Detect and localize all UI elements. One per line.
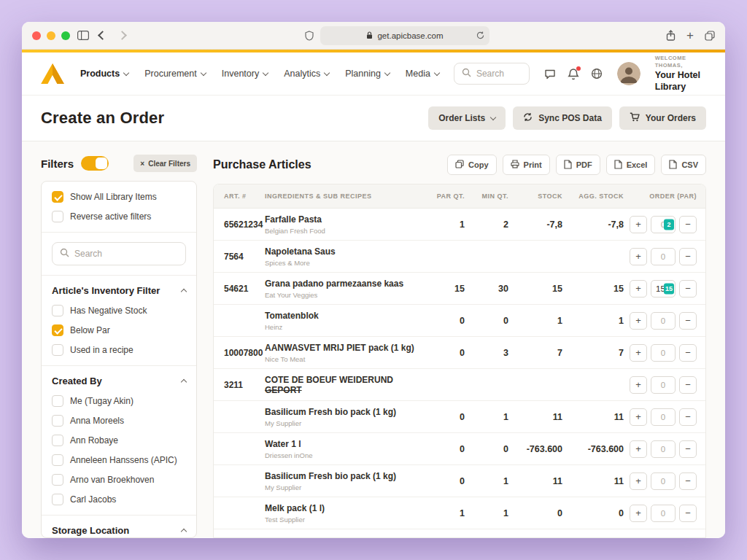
filter-section-header[interactable]: Article's Inventory Filter: [52, 285, 186, 296]
qty-input[interactable]: [651, 312, 676, 330]
filter-checkbox[interactable]: Has Negative Stock: [52, 305, 186, 316]
pdf-button[interactable]: PDF: [556, 155, 600, 175]
article-number: 7564: [214, 252, 265, 262]
stock-value: 11: [508, 412, 562, 422]
order-controls: + 2 −: [624, 216, 705, 233]
your-orders-button[interactable]: Your Orders: [619, 106, 706, 130]
search-icon: [60, 247, 69, 260]
qty-increase-button[interactable]: +: [630, 505, 647, 522]
qty-decrease-button[interactable]: −: [679, 376, 697, 394]
browser-window: get.apicbase.com + Products P: [22, 22, 725, 538]
order-lists-button[interactable]: Order Lists: [428, 106, 506, 130]
qty-input[interactable]: [651, 408, 676, 426]
qty-increase-button[interactable]: +: [630, 408, 647, 426]
filter-checkbox[interactable]: Anneleen Hanssens (APIC): [52, 454, 186, 466]
qty-increase-button[interactable]: +: [630, 472, 647, 490]
filter-checkbox[interactable]: Arno van Broekhoven: [52, 474, 186, 486]
filter-checkbox[interactable]: Ann Robaye: [52, 435, 186, 446]
qty-input[interactable]: [651, 344, 676, 362]
zoom-window-button[interactable]: [61, 31, 70, 40]
filter-checkbox[interactable]: Used in a recipe: [52, 344, 186, 356]
qty-decrease-button[interactable]: −: [679, 408, 697, 426]
sidebar-toggle-icon[interactable]: [77, 31, 89, 40]
print-button[interactable]: Print: [503, 155, 550, 175]
min-qty-value: 3: [465, 348, 508, 358]
clear-filters-button[interactable]: × Clear Filters: [133, 155, 197, 172]
filter-search[interactable]: [52, 242, 186, 265]
nav-item[interactable]: Products: [80, 69, 128, 79]
qty-input[interactable]: [651, 472, 676, 490]
qty-increase-button[interactable]: +: [630, 344, 647, 362]
header-search[interactable]: [454, 63, 530, 85]
sync-pos-button[interactable]: Sync POS Data: [513, 106, 612, 130]
privacy-shield-icon[interactable]: [305, 31, 314, 41]
apicbase-logo[interactable]: [41, 63, 64, 84]
close-window-button[interactable]: [32, 31, 41, 40]
qty-decrease-button[interactable]: −: [679, 216, 697, 233]
address-bar-zone: get.apicbase.com: [136, 26, 659, 45]
qty-decrease-button[interactable]: −: [679, 344, 697, 362]
qty-decrease-button[interactable]: −: [679, 312, 697, 330]
nav-item[interactable]: Analytics: [284, 69, 329, 79]
table-row: 3211 COTE DE BOEUF WEIDERUND GEPORT + −: [214, 369, 705, 401]
article-supplier: Nice To Meat: [265, 355, 427, 363]
nav-item[interactable]: Planning: [345, 69, 390, 79]
filter-checkbox[interactable]: Below Par: [52, 324, 186, 336]
qty-increase-button[interactable]: +: [630, 312, 647, 330]
share-icon[interactable]: [666, 30, 676, 41]
chat-icon[interactable]: [544, 69, 556, 79]
reload-icon[interactable]: [476, 31, 484, 39]
copy-button[interactable]: Copy: [447, 155, 497, 175]
nav-item[interactable]: Inventory: [222, 69, 268, 79]
qty-increase-button[interactable]: +: [630, 216, 647, 233]
filter-checkbox[interactable]: Me (Tugay Akin): [52, 395, 186, 407]
minimize-window-button[interactable]: [47, 31, 55, 40]
nav-item[interactable]: Procurement: [144, 69, 206, 79]
qty-input[interactable]: [651, 248, 676, 265]
qty-decrease-button[interactable]: −: [679, 505, 697, 522]
article-number: 10007800: [214, 348, 265, 358]
qty-input[interactable]: [651, 376, 676, 394]
forward-button[interactable]: [117, 31, 127, 40]
welcome-block[interactable]: WELCOME THOMAS, Your Hotel Library: [655, 55, 706, 93]
excel-button[interactable]: Excel: [606, 155, 656, 175]
qty-input[interactable]: [651, 505, 676, 522]
sync-icon: [523, 112, 533, 124]
filter-checkbox[interactable]: Carl Jacobs: [52, 494, 186, 505]
qty-decrease-button[interactable]: −: [679, 472, 697, 490]
back-button[interactable]: [98, 31, 107, 40]
address-bar[interactable]: get.apicbase.com: [320, 26, 489, 45]
column-header: AGG. STOCK: [562, 192, 624, 200]
filter-checkbox[interactable]: Reverse active filters: [52, 211, 186, 222]
globe-icon[interactable]: [591, 68, 603, 79]
qty-decrease-button[interactable]: −: [679, 248, 697, 265]
export-buttons: Copy Print PDF Excel: [447, 155, 706, 175]
main-nav: Products Procurement Inventory Analytics…: [80, 69, 439, 79]
filter-section-header[interactable]: Storage Location: [52, 525, 186, 536]
filter-section-header[interactable]: Created By: [52, 376, 186, 386]
filter-search-input[interactable]: [74, 249, 178, 259]
qty-increase-button[interactable]: +: [630, 440, 647, 458]
tab-overview-icon[interactable]: [705, 31, 715, 41]
header-search-input[interactable]: [476, 69, 522, 79]
chevron-down-icon: [384, 69, 390, 75]
avatar[interactable]: [617, 62, 640, 85]
par-qty-value: 0: [427, 476, 465, 486]
qty-increase-button[interactable]: +: [630, 280, 647, 298]
nav-item[interactable]: Media: [406, 69, 439, 79]
csv-button[interactable]: CSV: [661, 155, 706, 175]
articles-title: Purchase Articles: [213, 158, 311, 171]
notifications-bell-icon[interactable]: [568, 68, 579, 80]
min-qty-value: 1: [465, 412, 508, 422]
new-tab-button[interactable]: +: [686, 29, 694, 42]
qty-increase-button[interactable]: +: [630, 376, 647, 394]
qty-decrease-button[interactable]: −: [679, 440, 697, 458]
qty-input[interactable]: [651, 440, 676, 458]
filters-toggle[interactable]: [81, 156, 109, 171]
stock-value: -7,8: [508, 219, 562, 230]
filter-checkbox[interactable]: Anna Moreels: [52, 415, 186, 427]
qty-increase-button[interactable]: +: [630, 248, 647, 265]
qty-decrease-button[interactable]: −: [679, 280, 697, 298]
filter-checkbox[interactable]: Show All Library Items: [52, 191, 186, 203]
article-name: Tomatenblok: [265, 311, 427, 321]
